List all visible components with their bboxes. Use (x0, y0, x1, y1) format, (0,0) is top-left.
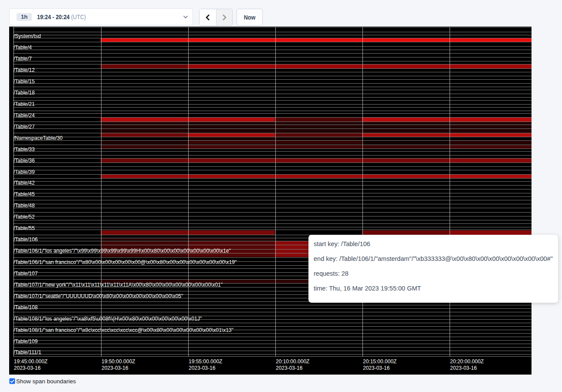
svg-text:2023-03-16: 2023-03-16 (450, 365, 477, 371)
svg-text:20:15:00.000Z: 20:15:00.000Z (363, 358, 396, 365)
svg-text:/Table/109: /Table/109 (14, 338, 38, 345)
svg-text:/Table/27: /Table/27 (14, 124, 35, 130)
svg-text:/Table/111/1: /Table/111/1 (14, 349, 41, 355)
svg-text:20:20:00.000Z: 20:20:00.000Z (450, 358, 484, 365)
svg-text:/Table/106: /Table/106 (14, 237, 38, 243)
svg-text:/Table/45: /Table/45 (14, 191, 35, 197)
svg-text:/Table/39: /Table/39 (14, 169, 35, 175)
svg-text:19:45:00.000Z: 19:45:00.000Z (14, 358, 47, 365)
svg-text:/Table/48: /Table/48 (14, 203, 35, 209)
svg-text:/Table/108/1/"los angeles"/"\x: /Table/108/1/"los angeles"/"\xa8\xf5\u00… (14, 316, 202, 322)
svg-text:/Table/55: /Table/55 (14, 225, 35, 231)
svg-text:/Table/107: /Table/107 (14, 270, 38, 277)
svg-text:/Table/18: /Table/18 (14, 90, 35, 96)
svg-text:/Table/15: /Table/15 (14, 78, 35, 84)
svg-text:/Table/42: /Table/42 (14, 180, 35, 186)
svg-text:19:50:00.000Z: 19:50:00.000Z (102, 358, 135, 365)
svg-text:2023-03-16: 2023-03-16 (276, 365, 303, 371)
svg-text:19:55:00.000Z: 19:55:00.000Z (189, 358, 222, 365)
svg-text:/NamespaceTable/30: /NamespaceTable/30 (14, 135, 63, 141)
svg-text:/Table/107/1/"seattle"/"UUUUUU: /Table/107/1/"seattle"/"UUUUUUD\x00\x80\… (14, 293, 183, 299)
svg-text:/Table/24: /Table/24 (14, 112, 35, 118)
svg-text:/System/tsd: /System/tsd (14, 33, 41, 39)
svg-text:/Table/4: /Table/4 (14, 44, 32, 51)
svg-text:/Table/36: /Table/36 (14, 158, 35, 164)
svg-text:/Table/52: /Table/52 (14, 214, 35, 220)
svg-text:/Table/108/1/"san francisco"/": /Table/108/1/"san francisco"/"\x8c\xcc\x… (14, 327, 234, 333)
svg-text:/Table/106/1/"los angeles"/"\x: /Table/106/1/"los angeles"/"\x99\x99\x99… (14, 248, 231, 254)
svg-text:2023-03-16: 2023-03-16 (14, 365, 41, 371)
svg-text:2023-03-16: 2023-03-16 (189, 365, 216, 371)
svg-text:/Table/108: /Table/108 (14, 304, 38, 311)
svg-text:/Table/107/1/"new york"/"\x11\: /Table/107/1/"new york"/"\x11\x11\x11\x1… (14, 282, 223, 288)
svg-text:20:10:00.000Z: 20:10:00.000Z (276, 358, 309, 365)
svg-text:2023-03-16: 2023-03-16 (363, 365, 390, 371)
svg-text:/Table/7: /Table/7 (14, 56, 32, 62)
svg-text:2023-03-16: 2023-03-16 (102, 365, 129, 371)
svg-text:/Table/12: /Table/12 (14, 67, 35, 73)
svg-text:/Table/21: /Table/21 (14, 101, 35, 107)
svg-text:/Table/106/1/"san francisco"/": /Table/106/1/"san francisco"/"\x80\x00\x… (14, 259, 237, 265)
svg-text:/Table/33: /Table/33 (14, 146, 35, 152)
